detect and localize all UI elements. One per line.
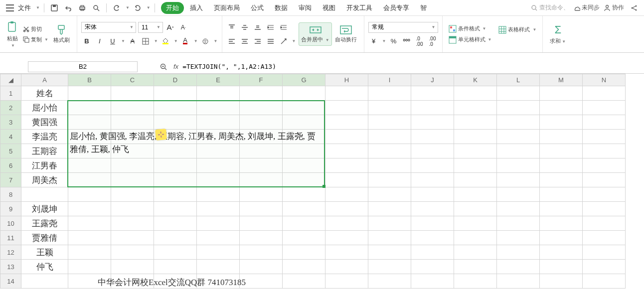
formula-input[interactable] [182, 63, 644, 70]
cell-G2[interactable] [283, 101, 325, 115]
cell-M1[interactable] [540, 86, 583, 101]
cell-J12[interactable] [411, 245, 454, 260]
table-style-button[interactable]: 表格样式▼ [496, 25, 538, 35]
cell-L13[interactable] [497, 260, 540, 274]
cell-J13[interactable] [411, 260, 454, 274]
command-search[interactable]: 查找命令、 [531, 3, 569, 12]
row-header-4[interactable]: 4 [0, 130, 21, 144]
row-header-2[interactable]: 2 [0, 101, 21, 115]
col-header-H[interactable]: H [325, 74, 368, 86]
col-header-C[interactable]: C [111, 74, 154, 86]
cell-E9[interactable] [197, 202, 240, 216]
cell-M6[interactable] [540, 158, 583, 173]
print-preview-icon[interactable] [90, 2, 102, 14]
font-size-select[interactable]: 11▼ [138, 22, 163, 33]
menu-icon[interactable] [4, 2, 16, 14]
tab-more[interactable]: 智 [415, 2, 432, 14]
cell-A1[interactable]: 姓名 [21, 86, 68, 101]
cell-C11[interactable] [111, 231, 154, 245]
cell-E13[interactable] [197, 260, 240, 274]
cell-F10[interactable] [240, 216, 283, 231]
number-format-select[interactable]: 常规▼ [368, 22, 438, 33]
align-top-icon[interactable] [226, 22, 237, 33]
select-all-corner[interactable]: ◢ [0, 74, 21, 86]
bold-button[interactable]: B [81, 36, 92, 47]
cell-I8[interactable] [368, 187, 411, 202]
cell-B8[interactable] [68, 187, 111, 202]
cell-I9[interactable] [368, 202, 411, 216]
cell-C13[interactable] [111, 260, 154, 274]
cell-L8[interactable] [497, 187, 540, 202]
row-header-5[interactable]: 5 [0, 144, 21, 158]
format-painter-button[interactable]: 格式刷 [50, 22, 73, 46]
cell-H7[interactable] [325, 173, 368, 187]
cell-M12[interactable] [540, 245, 583, 260]
cell-B12[interactable] [68, 245, 111, 260]
cell-M9[interactable] [540, 202, 583, 216]
cell-J8[interactable] [411, 187, 454, 202]
undo2-icon[interactable] [111, 2, 123, 14]
cell-L9[interactable] [497, 202, 540, 216]
cell-F8[interactable] [240, 187, 283, 202]
phonetic-button[interactable]: 文 [200, 36, 211, 47]
tab-insert[interactable]: 插入 [185, 2, 208, 14]
cell-C3[interactable] [111, 115, 154, 130]
align-middle-icon[interactable] [239, 22, 250, 33]
cell-H14[interactable] [325, 274, 368, 289]
cell-D13[interactable] [154, 260, 197, 274]
tab-data[interactable]: 数据 [270, 2, 293, 14]
cell-G1[interactable] [283, 86, 325, 101]
cell-I5[interactable] [368, 144, 411, 158]
cell-L11[interactable] [497, 231, 540, 245]
cell-N7[interactable] [583, 173, 626, 187]
align-left-icon[interactable] [226, 36, 237, 47]
decrease-decimal-icon[interactable]: .00.0 [427, 36, 438, 47]
font-color-button[interactable]: A [180, 36, 191, 47]
cell-H12[interactable] [325, 245, 368, 260]
cell-J1[interactable] [411, 86, 454, 101]
cell-B3[interactable] [68, 115, 111, 130]
cell-G10[interactable] [283, 216, 325, 231]
cell-L3[interactable] [497, 115, 540, 130]
cell-J4[interactable] [411, 130, 454, 144]
cell-L5[interactable] [497, 144, 540, 158]
align-center-icon[interactable] [239, 36, 250, 47]
cell-H3[interactable] [325, 115, 368, 130]
cell-K7[interactable] [454, 173, 497, 187]
save-icon[interactable] [48, 2, 60, 14]
cell-I10[interactable] [368, 216, 411, 231]
cell-L4[interactable] [497, 130, 540, 144]
cell-J14[interactable] [411, 274, 454, 289]
align-right-icon[interactable] [252, 36, 263, 47]
cell-L7[interactable] [497, 173, 540, 187]
cell-G14[interactable] [283, 274, 325, 289]
cell-D8[interactable] [154, 187, 197, 202]
cell-G6[interactable] [283, 158, 325, 173]
cell-I2[interactable] [368, 101, 411, 115]
cell-K9[interactable] [454, 202, 497, 216]
cell-G12[interactable] [283, 245, 325, 260]
cell-F12[interactable] [240, 245, 283, 260]
row-header-10[interactable]: 10 [0, 216, 21, 231]
cell-J11[interactable] [411, 231, 454, 245]
cell-I11[interactable] [368, 231, 411, 245]
cell-H11[interactable] [325, 231, 368, 245]
cut-button[interactable]: 剪切 [21, 24, 50, 34]
redo-icon[interactable] [132, 2, 144, 14]
cell-M14[interactable] [540, 274, 583, 289]
tab-review[interactable]: 审阅 [294, 2, 317, 14]
paste-button[interactable]: 粘贴▼ [4, 19, 21, 50]
cell-F7[interactable] [240, 173, 283, 187]
fill-color-button[interactable] [160, 36, 171, 47]
cell-J10[interactable] [411, 216, 454, 231]
cell-I4[interactable] [368, 130, 411, 144]
cell-L1[interactable] [497, 86, 540, 101]
increase-indent-icon[interactable] [278, 22, 289, 33]
strikethrough-button[interactable]: A [127, 36, 138, 47]
cell-I6[interactable] [368, 158, 411, 173]
increase-font-icon[interactable]: A+ [165, 22, 176, 33]
cell-H9[interactable] [325, 202, 368, 216]
cell-J3[interactable] [411, 115, 454, 130]
row-header-12[interactable]: 12 [0, 245, 21, 260]
cell-C9[interactable] [111, 202, 154, 216]
